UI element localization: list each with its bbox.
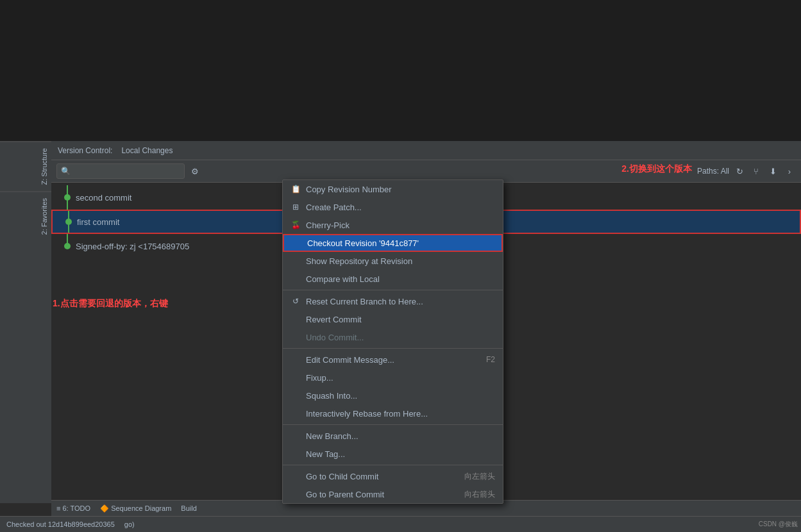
show-repo-icon: [291, 256, 301, 266]
menu-separator: [283, 290, 503, 290]
sidebar-tab-structure[interactable]: Z: Structure: [0, 141, 51, 191]
menu-label: Cherry-Pick: [306, 220, 350, 230]
menu-item-compare-local[interactable]: Compare with Local: [283, 270, 503, 288]
menu-item-show-repository[interactable]: Show Repository at Revision: [283, 252, 503, 270]
reset-icon: ↺: [291, 296, 301, 306]
csdn-watermark: CSDN @俊巍: [759, 520, 798, 529]
tab-todo-label: ≡ 6: TODO: [56, 504, 90, 512]
menu-item-undo-commit: Undo Commit...: [283, 328, 503, 346]
tab-build[interactable]: Build: [181, 504, 196, 512]
menu-label: Revert Commit: [306, 315, 362, 324]
left-sidebar: Z: Structure 2: Favorites: [0, 141, 51, 503]
tab-sequence-label: 🔶 Sequence Diagram: [100, 504, 171, 513]
menu-item-edit-message[interactable]: Edit Commit Message... F2: [283, 351, 503, 369]
menu-label: Create Patch...: [306, 203, 362, 212]
vc-title: Version Control:: [58, 146, 112, 155]
menu-item-fixup[interactable]: Fixup...: [283, 369, 503, 387]
menu-label: Copy Revision Number: [306, 185, 392, 194]
menu-item-checkout-revision[interactable]: Checkout Revision '9441c877': [283, 234, 503, 252]
commit-label: first commit: [77, 217, 119, 227]
commit-dot: [64, 243, 71, 249]
menu-label: Go to Child Commit: [306, 472, 378, 481]
goto-child-shortcut: 向左箭头: [464, 471, 495, 482]
menu-separator: [283, 348, 503, 349]
settings-icon[interactable]: ⚙: [189, 165, 201, 178]
annotation-1: 1.点击需要回退的版本，右键: [53, 298, 168, 310]
menu-label: Go to Parent Commit: [306, 490, 384, 499]
menu-label: Edit Commit Message...: [306, 355, 394, 365]
squash-icon: [291, 390, 301, 401]
new-branch-icon: [291, 431, 301, 441]
compare-icon: [291, 274, 301, 284]
tab-build-label: Build: [181, 504, 196, 512]
menu-item-copy-revision[interactable]: 📋 Copy Revision Number: [283, 180, 503, 198]
menu-separator: [283, 424, 503, 425]
menu-label: Checkout Revision '9441c877': [307, 238, 419, 248]
menu-item-reset-branch[interactable]: ↺ Reset Current Branch to Here...: [283, 292, 503, 310]
menu-label: Fixup...: [306, 373, 333, 383]
goto-child-icon: [291, 471, 301, 481]
menu-separator: [283, 465, 503, 465]
commit-label: Signed-off-by: zj <1754689705: [76, 242, 189, 251]
menu-label: Show Repository at Revision: [306, 256, 412, 266]
tab-todo[interactable]: ≡ 6: TODO: [56, 504, 90, 512]
top-panel: [0, 0, 801, 141]
context-menu: 📋 Copy Revision Number ⊞ Create Patch...…: [282, 179, 503, 504]
menu-item-squash[interactable]: Squash Into...: [283, 387, 503, 404]
menu-label: Interactively Rebase from Here...: [306, 409, 428, 419]
annotation-2: 2.切换到这个版本: [621, 163, 692, 175]
menu-item-create-patch[interactable]: ⊞ Create Patch...: [283, 198, 503, 216]
menu-label: Reset Current Branch to Here...: [306, 297, 423, 306]
status-checkout: Checked out 12d14b899eed20365: [6, 520, 115, 528]
download-icon[interactable]: ⬇: [766, 165, 779, 178]
edit-shortcut: F2: [486, 355, 495, 364]
menu-item-rebase[interactable]: Interactively Rebase from Here...: [283, 404, 503, 422]
menu-item-new-branch[interactable]: New Branch...: [283, 427, 503, 445]
search-box[interactable]: 🔍: [56, 163, 185, 179]
edit-icon: [291, 354, 301, 365]
menu-item-goto-child[interactable]: Go to Child Commit 向左箭头: [283, 467, 503, 485]
cherry-pick-icon: 🍒: [291, 220, 301, 230]
branch-icon[interactable]: ⑂: [750, 165, 763, 178]
tab-sequence-diagram[interactable]: 🔶 Sequence Diagram: [100, 504, 171, 513]
menu-item-goto-parent[interactable]: Go to Parent Commit 向右箭头: [283, 485, 503, 503]
fixup-icon: [291, 372, 301, 383]
vc-header: Version Control: Local Changes: [51, 141, 801, 160]
copy-revision-icon: 📋: [291, 184, 301, 194]
menu-label: New Branch...: [306, 431, 358, 441]
goto-parent-shortcut: 向右箭头: [464, 489, 495, 500]
search-input[interactable]: [73, 167, 163, 176]
menu-item-revert-commit[interactable]: Revert Commit: [283, 310, 503, 328]
menu-label: Undo Commit...: [306, 333, 364, 342]
search-icon: 🔍: [61, 167, 71, 176]
commit-label: second commit: [76, 193, 131, 203]
goto-parent-icon: [291, 489, 301, 499]
create-patch-icon: ⊞: [291, 202, 301, 212]
paths-label: Paths: All: [697, 167, 729, 176]
commit-dot: [64, 194, 71, 201]
status-bar: Checked out 12d14b899eed20365 go): [0, 516, 801, 532]
menu-item-new-tag[interactable]: New Tag...: [283, 445, 503, 463]
sidebar-tab-favorites[interactable]: 2: Favorites: [0, 191, 51, 241]
revert-icon: [291, 314, 301, 324]
vc-tab-local-changes[interactable]: Local Changes: [116, 145, 178, 156]
more-icon[interactable]: ›: [783, 165, 796, 178]
menu-item-cherry-pick[interactable]: 🍒 Cherry-Pick: [283, 216, 503, 234]
rebase-icon: [291, 408, 301, 419]
checkout-icon: [292, 238, 302, 248]
menu-label: Compare with Local: [306, 274, 380, 284]
menu-label: Squash Into...: [306, 391, 357, 401]
status-ago: go): [124, 520, 135, 528]
refresh-icon[interactable]: ↻: [733, 165, 746, 178]
new-tag-icon: [291, 449, 301, 459]
undo-icon: [291, 332, 301, 342]
commit-dot: [65, 219, 72, 225]
menu-label: New Tag...: [306, 449, 345, 459]
